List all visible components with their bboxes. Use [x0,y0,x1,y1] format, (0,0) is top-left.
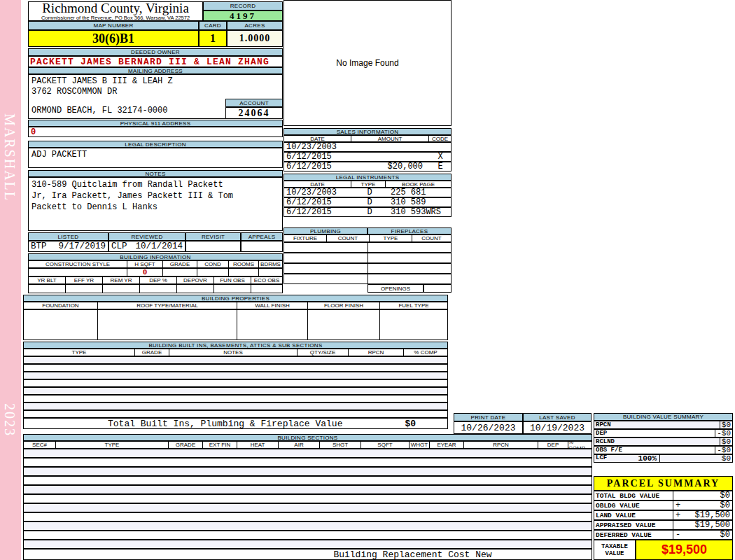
foundation-header: FOUNDATION [24,302,98,309]
parcel-value: $19,500 [695,520,730,530]
reviewed-date: 10/1/2014 [135,241,183,251]
bvs-value: $0 [722,421,731,429]
notes-block: 310-589 Quitclaim from Randall Packett J… [28,177,283,231]
sale-date: 6/12/2015 [284,162,353,172]
yrblt-header: YR BLT [29,277,66,284]
property-record-card: MARSHALL 2023 Richmond County, Virginia … [0,0,735,560]
county-subtitle: Commissioner of the Revenue, PO Box 366,… [29,15,202,21]
bvs-value: $0 [722,438,731,446]
building-value-summary-title: BUILDING VALUE SUMMARY [594,413,733,421]
sales-date-header: DATE [284,136,351,141]
building-sections-empty-row [23,476,592,485]
instr-date: 10/23/2003 [284,188,353,197]
building-sections-empty-row [23,522,592,531]
bvs-label: OBS F/E [594,447,650,454]
bvs-value: $0 [722,454,731,463]
instruments-headers: DATE TYPE BOOK PAGE [284,181,451,188]
building-sections-title: BUILDING SECTIONS [23,434,592,441]
openings-value [424,284,451,293]
account-value: 24064 [225,107,283,119]
reviewed-value: CLP10/1/2014 [108,241,186,252]
county-title: Richmond County, Virginia [29,2,202,15]
construction-style-header: CONSTRUCTION STYLE [29,261,127,267]
no-image-text: No Image Found [336,58,398,68]
bs-extfin-header: EXT FIN [203,442,237,448]
building-sections-empty-row [23,503,592,512]
legal-description-label: LEGAL DESCRIPTION [28,141,283,148]
sales-information-title: SALES INFORMATION [284,128,451,135]
parcel-row: OBLDG VALUE + $0 [594,500,733,510]
built-ins-empty-row [23,387,448,395]
bs-heat-header: HEAT [237,442,279,448]
parcel-op: - [676,530,680,540]
instr-bookpage-header: BOOK PAGE [386,181,451,187]
bvs-op: - [717,429,722,438]
rooms-header: ROOMS [229,261,259,267]
plumbing-fireplace-row [284,274,451,284]
parcel-row: LAND VALUE + $19,500 [594,510,733,520]
map-number-value: 30(6)B1 [28,30,199,47]
reviewed-code: CLP [111,241,127,251]
instr-type: D [353,197,386,207]
floor-finish-header: FLOOR FINISH [308,302,380,309]
legal-description-value: ADJ PACKETT [31,150,87,160]
parcel-label: LAND VALUE [594,512,673,519]
sale-amount: $20,000 [353,162,430,172]
year-label: 2023 [1,403,18,437]
record-label: RECORD [203,1,283,10]
bs-rpcn-header: RPCN [464,442,538,448]
taxable-value-text: $19,500 [662,542,707,557]
replacement-cost-label: Building Replacement Cost New [333,550,491,560]
bi-comp-header: % COMP [404,349,447,356]
bi-type-header: TYPE [24,349,135,356]
parcel-value: $0 [720,491,730,500]
sales-code-header: CODE [429,136,451,141]
last-saved-label: LAST SAVED [523,413,592,421]
bvs-label: DEP [594,430,650,437]
legal-description-block: ADJ PACKETT [28,148,283,168]
instr-type-header: TYPE [351,181,386,187]
revisit-value [186,241,241,252]
bs-shgt-header: SHGT [320,442,361,448]
mailing-address-label: MAILING ADDRESS [28,67,283,74]
building-sections-empty-row [23,467,592,476]
taxable-value-label: TAXABLE VALUE [594,540,636,560]
bs-type-header: TYPE [56,442,169,448]
vendor-label: MARSHALL [1,113,18,202]
notes-line-3: Packett to Dennis L Hanks [31,202,158,212]
built-ins-empty-row [23,395,448,402]
openings-label: OPENINGS [368,284,424,293]
hsqft-header: H SQFT [127,261,163,267]
parcel-value: $0 [720,500,730,510]
bi-qty-header: QTY/SIZE [298,349,349,356]
built-ins-empty-row [23,372,448,379]
parcel-label: DEFERRED VALUE [594,531,673,539]
bvs-row: OBS F/E - $0 [594,446,733,454]
map-number-label: MAP NUMBER [28,21,199,30]
parcel-value: $0 [720,530,730,540]
sale-code: X [430,152,451,162]
bi-rpcn-header: RPCN [349,349,404,356]
record-value: 4197 [203,10,283,21]
legal-instruments-title: LEGAL INSTRUMENTS [284,174,451,181]
bs-comp-header: % COMP [568,442,592,448]
print-date-value: 10/26/2023 [454,421,523,434]
parcel-summary-title: PARCEL SUMMARY [594,476,733,491]
building-info-values-2 [28,284,283,293]
listed-code: BTP [31,241,47,251]
sales-row: 6/12/2015 $20,000 E [284,162,451,172]
instr-type: D [353,207,386,217]
sale-code: E [430,162,451,172]
built-ins-empty-row [23,402,448,410]
building-sections-empty-row [23,512,592,522]
parcel-op: + [676,500,680,510]
bvs-op: - [717,446,722,454]
bvs-label: RPCN [594,421,657,428]
mailing-city-line: ORMOND BEACH, FL 32174-0000 [31,106,167,115]
card-label: CARD [199,21,227,30]
mailing-line-2: 3762 ROSCOMMON DR [31,87,117,97]
building-info-headers-1: CONSTRUCTION STYLE H SQFT GRADE COND ROO… [28,260,283,268]
bvs-label: LCF [596,454,607,463]
building-properties-values [23,309,448,340]
taxable-value-amount: $19,500 [636,540,733,560]
